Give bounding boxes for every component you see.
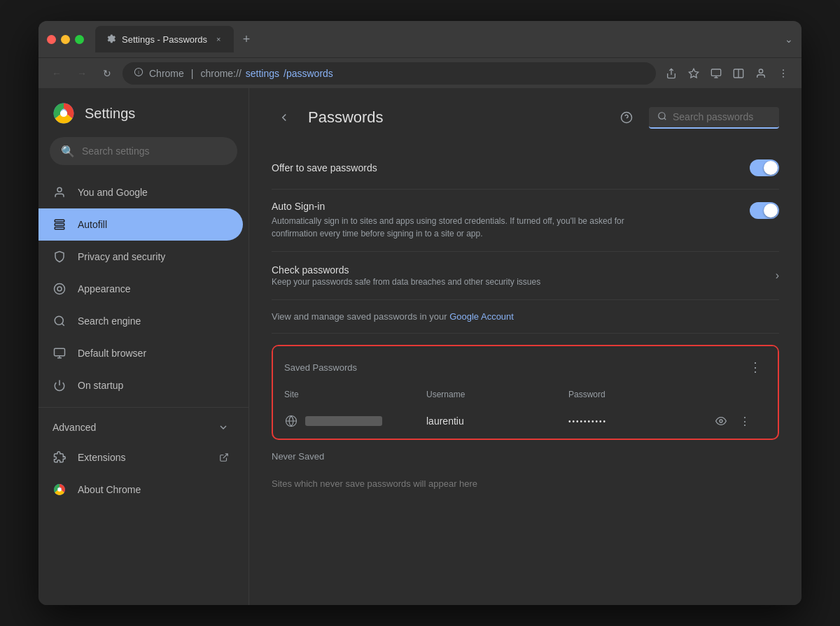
show-password-button[interactable] — [710, 411, 732, 432]
google-account-link[interactable]: Google Account — [449, 311, 514, 322]
sidebar-item-search-engine[interactable]: Search engine — [38, 305, 243, 337]
site-column-header: Site — [284, 390, 426, 399]
new-tab-button[interactable]: + — [237, 29, 256, 49]
svg-point-19 — [57, 287, 62, 291]
svg-text:i: i — [138, 70, 139, 75]
password-entry-row: laurentiu •••••••••• ⋮ — [273, 404, 778, 439]
url-site: Chrome — [149, 68, 184, 79]
saved-passwords-more-button[interactable]: ⋮ — [744, 356, 766, 378]
svg-point-25 — [57, 488, 61, 491]
search-settings-icon: 🔍 — [61, 145, 75, 158]
never-saved-empty-text: Sites which never save passwords will ap… — [272, 470, 779, 497]
site-lock-icon: i — [134, 67, 144, 79]
check-passwords-row[interactable]: Check passwords Keep your passwords safe… — [272, 252, 779, 300]
url-path: settings — [246, 68, 279, 79]
url-keyword: /passwords — [284, 68, 333, 79]
bookmark-icon[interactable] — [684, 64, 704, 83]
settings-tab[interactable]: Settings - Passwords × — [95, 26, 234, 52]
auto-signin-row: Auto Sign-in Automatically sign in to si… — [272, 190, 779, 252]
main-content: Settings 🔍 You and Google — [38, 88, 802, 605]
settings-page-title: Settings — [85, 106, 135, 122]
shield-icon — [52, 250, 66, 264]
advanced-section[interactable]: Advanced — [38, 413, 243, 441]
search-settings-input[interactable] — [82, 145, 226, 157]
auto-signin-toggle[interactable] — [750, 202, 779, 219]
on-startup-label: On startup — [78, 380, 123, 391]
search-settings-bar[interactable]: 🔍 — [50, 137, 237, 165]
sidebar-item-about-chrome[interactable]: About Chrome — [38, 474, 243, 506]
back-button[interactable]: ← — [47, 64, 66, 83]
extensions-icon — [52, 450, 66, 464]
toolbar-icons — [662, 64, 793, 83]
saved-passwords-header: Saved Passwords ⋮ — [273, 346, 778, 385]
content-area: Passwords — [248, 88, 802, 605]
appearance-icon — [52, 282, 66, 296]
minimize-window-button[interactable] — [61, 35, 70, 44]
sidebar-item-on-startup[interactable]: On startup — [38, 369, 243, 401]
svg-rect-17 — [55, 227, 64, 229]
title-bar: Settings - Passwords × + ⌄ — [38, 21, 802, 57]
more-options-icon[interactable] — [774, 64, 793, 83]
browser-window: Settings - Passwords × + ⌄ ← → ↻ i Chrom… — [38, 21, 802, 605]
svg-point-30 — [720, 420, 722, 422]
sidebar-item-extensions[interactable]: Extensions — [38, 441, 243, 474]
auto-signin-title: Auto Sign-in — [272, 201, 664, 212]
password-value: •••••••••• — [568, 418, 710, 425]
sidebar-item-privacy-security[interactable]: Privacy and security — [38, 241, 243, 273]
extensions-label: Extensions — [78, 452, 125, 463]
back-to-autofill-button[interactable] — [272, 105, 297, 130]
passwords-page: Passwords — [249, 88, 802, 514]
refresh-button[interactable]: ↻ — [97, 64, 117, 83]
search-engine-label: Search engine — [78, 315, 141, 327]
svg-rect-3 — [711, 69, 720, 76]
offer-save-passwords-toggle[interactable] — [750, 159, 779, 176]
about-chrome-label: About Chrome — [78, 484, 141, 495]
username-value: laurentiu — [426, 415, 568, 427]
search-passwords-bar[interactable] — [649, 107, 779, 129]
you-and-google-label: You and Google — [78, 187, 148, 198]
sidebar: Settings 🔍 You and Google — [38, 88, 248, 605]
media-router-icon[interactable] — [706, 64, 726, 83]
svg-point-6 — [759, 69, 762, 73]
tab-close-button[interactable]: × — [213, 34, 224, 45]
appearance-label: Appearance — [78, 283, 131, 294]
svg-point-14 — [57, 187, 62, 192]
password-more-options-button[interactable]: ⋮ — [734, 411, 755, 432]
share-icon[interactable] — [662, 64, 681, 83]
sidebar-item-autofill[interactable]: Autofill — [38, 208, 243, 241]
check-passwords-content: Check passwords Keep your passwords safe… — [272, 264, 776, 287]
nav-divider — [38, 407, 248, 408]
external-link-icon — [219, 453, 229, 462]
user-icon — [52, 185, 66, 199]
site-name-blurred — [305, 416, 382, 426]
privacy-security-label: Privacy and security — [78, 251, 165, 262]
svg-point-27 — [659, 112, 665, 118]
close-window-button[interactable] — [47, 35, 56, 44]
saved-passwords-title: Saved Passwords — [284, 362, 357, 373]
help-button[interactable] — [615, 106, 638, 129]
page-title: Passwords — [308, 108, 604, 127]
check-passwords-title: Check passwords — [272, 264, 776, 276]
settings-header: Settings — [38, 88, 248, 131]
search-passwords-input[interactable] — [673, 111, 771, 122]
forward-button[interactable]: → — [72, 64, 92, 83]
check-passwords-chevron-icon: › — [776, 269, 779, 282]
url-display: Chrome | chrome://settings/passwords — [149, 68, 645, 79]
on-startup-icon — [52, 378, 66, 392]
split-view-icon[interactable] — [729, 64, 748, 83]
tab-list-chevron[interactable]: ⌄ — [785, 34, 793, 45]
svg-rect-21 — [55, 348, 65, 356]
sidebar-item-you-and-google[interactable]: You and Google — [38, 176, 243, 208]
maximize-window-button[interactable] — [75, 35, 84, 44]
password-column-header: Password — [568, 390, 710, 399]
site-cell — [284, 414, 426, 428]
address-bar-input[interactable]: i Chrome | chrome://settings/passwords — [122, 62, 656, 85]
never-saved-title: Never Saved — [272, 451, 779, 462]
username-column-header: Username — [426, 390, 568, 399]
sidebar-item-default-browser[interactable]: Default browser — [38, 337, 243, 369]
google-account-row: View and manage saved passwords in your … — [272, 300, 779, 334]
default-browser-icon — [52, 346, 66, 360]
profile-icon[interactable] — [751, 64, 771, 83]
svg-point-8 — [783, 73, 784, 74]
sidebar-item-appearance[interactable]: Appearance — [38, 273, 243, 305]
